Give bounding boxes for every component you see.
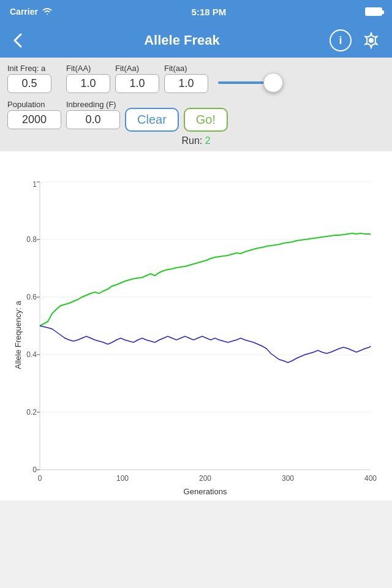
info-button[interactable]: i: [330, 29, 352, 51]
fit-aa3-group: Fit(aa) 1.0: [164, 64, 208, 93]
green-line: [40, 233, 371, 326]
carrier-label: Carrier: [10, 7, 38, 17]
svg-text:1: 1: [32, 180, 37, 189]
inbreeding-label: Inbreeding (F): [66, 100, 120, 109]
controls-row-2: Population 2000 Inbreeding (F) 0.0 Clear…: [7, 97, 385, 132]
blue-line: [40, 326, 371, 363]
svg-text:0.4: 0.4: [26, 350, 37, 359]
population-input[interactable]: 2000: [7, 110, 61, 129]
fit-aa-label: Fit(AA): [66, 64, 110, 73]
carrier-wifi: Carrier: [10, 7, 53, 17]
slider-track[interactable]: [218, 81, 279, 84]
slider-thumb[interactable]: [263, 73, 283, 92]
population-label: Population: [7, 100, 61, 109]
run-count: 2: [205, 135, 211, 146]
inbreeding-group: Inbreeding (F) 0.0: [66, 100, 120, 129]
battery-icon: [365, 7, 382, 16]
svg-text:100: 100: [116, 474, 129, 483]
nav-bar: Allele Freak i: [0, 23, 392, 58]
controls-panel: Init Freq: a 0.5 Fit(AA) 1.0 Fit(Aa) 1.0…: [0, 58, 392, 151]
chart-svg: Allele Frequency: a 0 0.2 0.4 0.6 0.8 1 …: [6, 157, 386, 500]
status-time: 5:18 PM: [192, 7, 227, 17]
action-buttons: Clear Go!: [125, 108, 228, 132]
clear-button[interactable]: Clear: [125, 108, 179, 132]
fit-aa-input[interactable]: 1.0: [66, 74, 110, 93]
svg-text:0.2: 0.2: [26, 408, 37, 417]
controls-row-1: Init Freq: a 0.5 Fit(AA) 1.0 Fit(Aa) 1.0…: [7, 64, 385, 93]
population-group: Population 2000: [7, 100, 61, 129]
go-button[interactable]: Go!: [184, 108, 228, 132]
fit-aa3-label: Fit(aa): [164, 64, 208, 73]
svg-text:200: 200: [199, 474, 211, 483]
svg-text:0: 0: [32, 466, 37, 474]
fit-aa-group: Fit(AA) 1.0: [66, 64, 110, 93]
inbreeding-input[interactable]: 0.0: [66, 110, 120, 129]
back-button[interactable]: [10, 32, 34, 49]
fit-aa2-group: Fit(Aa) 1.0: [115, 64, 159, 93]
battery-container: [365, 7, 382, 16]
status-bar: Carrier 5:18 PM: [0, 0, 392, 23]
svg-text:0.8: 0.8: [26, 235, 37, 244]
init-freq-group: Init Freq: a 0.5: [7, 64, 51, 93]
y-axis-label: Allele Frequency: a: [13, 301, 23, 369]
slider-container: [218, 81, 279, 84]
svg-text:400: 400: [364, 474, 377, 483]
svg-text:300: 300: [282, 474, 294, 483]
init-freq-label: Init Freq: a: [7, 64, 51, 73]
settings-button[interactable]: [360, 29, 382, 51]
nav-title: Allele Freak: [34, 32, 330, 48]
svg-text:0: 0: [38, 474, 42, 483]
svg-point-0: [369, 38, 374, 43]
fit-aa2-input[interactable]: 1.0: [115, 74, 159, 93]
svg-text:0.6: 0.6: [26, 293, 37, 301]
init-freq-input[interactable]: 0.5: [7, 74, 51, 93]
battery-fill: [366, 9, 381, 15]
run-label: Run: 2: [7, 135, 385, 146]
fit-aa3-input[interactable]: 1.0: [164, 74, 208, 93]
x-axis-label: Generations: [184, 487, 227, 496]
fit-aa2-label: Fit(Aa): [115, 64, 159, 73]
chart-container: Allele Frequency: a 0 0.2 0.4 0.6 0.8 1 …: [0, 151, 392, 500]
nav-icons: i: [330, 29, 382, 51]
wifi-icon: [42, 7, 53, 17]
